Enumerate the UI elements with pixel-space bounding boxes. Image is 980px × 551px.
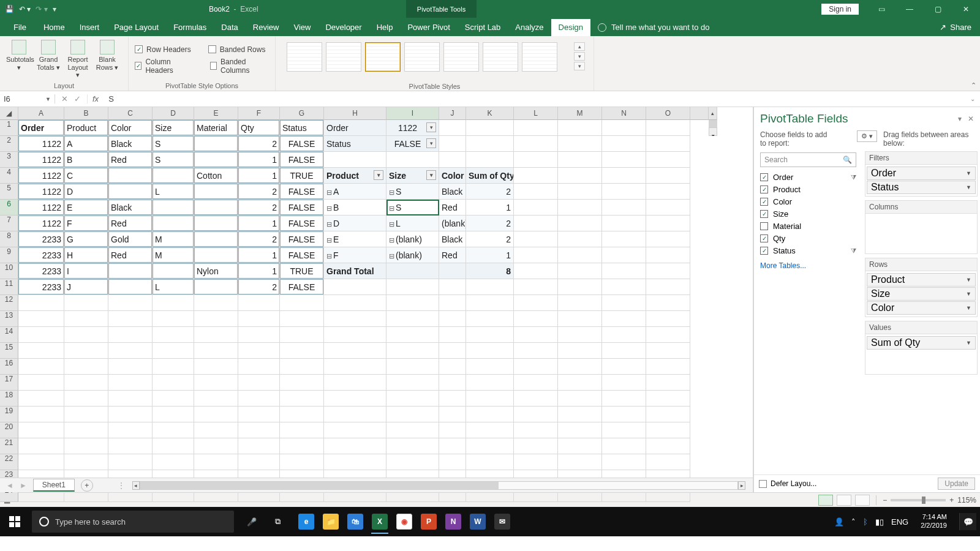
- row-header[interactable]: 14: [0, 327, 18, 343]
- cell[interactable]: [646, 136, 690, 152]
- action-center-icon[interactable]: 💬: [959, 513, 976, 530]
- page-break-view-button[interactable]: [855, 495, 870, 506]
- cell[interactable]: [439, 152, 466, 168]
- values-zone[interactable]: Values Sum of Qty▼: [865, 321, 978, 375]
- cell[interactable]: [238, 375, 280, 391]
- cell[interactable]: G: [64, 231, 108, 247]
- row-header[interactable]: 11: [0, 279, 18, 295]
- cell[interactable]: Grand Total: [324, 263, 386, 279]
- cell[interactable]: [466, 438, 514, 454]
- tab-design[interactable]: Design: [551, 19, 590, 36]
- cell[interactable]: [602, 375, 646, 391]
- cell[interactable]: [558, 184, 602, 200]
- cell[interactable]: 1122: [18, 168, 64, 184]
- cell[interactable]: C: [64, 168, 108, 184]
- row-header[interactable]: 12: [0, 295, 18, 311]
- column-header[interactable]: F: [238, 107, 280, 120]
- cell[interactable]: A: [64, 136, 108, 152]
- row-header[interactable]: 5: [0, 184, 18, 200]
- cell[interactable]: [558, 422, 602, 438]
- cell[interactable]: [18, 407, 64, 422]
- column-header[interactable]: L: [514, 107, 558, 120]
- bluetooth-icon[interactable]: ᛒ: [863, 517, 868, 527]
- cell[interactable]: [514, 295, 558, 311]
- pt-style-swatch[interactable]: [483, 42, 518, 72]
- zoom-in-button[interactable]: +: [949, 496, 954, 504]
- cell[interactable]: [18, 438, 64, 454]
- cell[interactable]: FALSE: [280, 200, 324, 216]
- page-layout-view-button[interactable]: [837, 495, 851, 506]
- columns-zone[interactable]: Columns: [865, 200, 978, 254]
- cell[interactable]: [238, 422, 280, 438]
- cell[interactable]: [324, 327, 386, 343]
- cell[interactable]: ⊟E: [324, 231, 386, 247]
- cell[interactable]: [602, 343, 646, 359]
- cell[interactable]: Order: [18, 120, 64, 136]
- cell[interactable]: [280, 343, 324, 359]
- cell[interactable]: [646, 231, 690, 247]
- cell[interactable]: [558, 152, 602, 168]
- cell[interactable]: [439, 375, 466, 391]
- cell[interactable]: [386, 152, 439, 168]
- cell[interactable]: [439, 311, 466, 327]
- column-header[interactable]: B: [64, 107, 108, 120]
- tab-review[interactable]: Review: [246, 19, 287, 36]
- cell[interactable]: [690, 407, 709, 422]
- styles-scroll-up-icon[interactable]: ▴: [574, 42, 585, 51]
- cell[interactable]: [324, 343, 386, 359]
- cell[interactable]: [238, 454, 280, 470]
- cell[interactable]: [602, 168, 646, 184]
- vscroll-track[interactable]: ▾: [709, 120, 717, 136]
- cell[interactable]: [108, 422, 153, 438]
- cell[interactable]: [439, 407, 466, 422]
- field-item[interactable]: ✓Product: [760, 183, 856, 195]
- cell[interactable]: [690, 422, 709, 438]
- cell[interactable]: [646, 216, 690, 231]
- cell[interactable]: L: [153, 279, 194, 295]
- cell[interactable]: [194, 231, 238, 247]
- cell[interactable]: 1122: [18, 136, 64, 152]
- cell[interactable]: M: [153, 231, 194, 247]
- cell[interactable]: [386, 454, 439, 470]
- cell[interactable]: [194, 454, 238, 470]
- people-icon[interactable]: 👤: [834, 517, 844, 527]
- cell[interactable]: 2: [238, 136, 280, 152]
- cell[interactable]: [690, 120, 709, 136]
- cell[interactable]: [280, 422, 324, 438]
- cell[interactable]: [690, 454, 709, 470]
- tab-analyze[interactable]: Analyze: [508, 19, 551, 36]
- cell[interactable]: [558, 263, 602, 279]
- cell[interactable]: [153, 438, 194, 454]
- field-item[interactable]: ✓Status⧩: [760, 244, 856, 257]
- app-explorer[interactable]: 📁: [318, 509, 343, 534]
- cell[interactable]: Status: [324, 136, 386, 152]
- cell[interactable]: [386, 327, 439, 343]
- close-icon[interactable]: ✕: [952, 0, 980, 18]
- cell[interactable]: Black: [108, 200, 153, 216]
- hscroll-thumb[interactable]: [140, 482, 499, 489]
- cell[interactable]: [64, 407, 108, 422]
- cell[interactable]: [690, 184, 709, 200]
- cell[interactable]: [558, 454, 602, 470]
- cell[interactable]: [280, 454, 324, 470]
- cell[interactable]: [439, 295, 466, 311]
- cell[interactable]: M: [153, 247, 194, 263]
- cell[interactable]: [324, 295, 386, 311]
- cell[interactable]: ⊟(blank): [386, 247, 439, 263]
- cancel-formula-icon[interactable]: ✕: [61, 94, 68, 103]
- cell[interactable]: [466, 359, 514, 375]
- cell[interactable]: [238, 311, 280, 327]
- cell[interactable]: [108, 184, 153, 200]
- cell[interactable]: [386, 438, 439, 454]
- cell[interactable]: [439, 438, 466, 454]
- column-header[interactable]: [690, 107, 709, 120]
- cell[interactable]: [108, 327, 153, 343]
- cell[interactable]: [558, 216, 602, 231]
- cell[interactable]: [558, 375, 602, 391]
- cell[interactable]: [64, 454, 108, 470]
- tab-formulas[interactable]: Formulas: [166, 19, 214, 36]
- cell[interactable]: [514, 359, 558, 375]
- cell[interactable]: [690, 343, 709, 359]
- ribbon-display-icon[interactable]: ▭: [867, 0, 895, 18]
- cell[interactable]: [194, 311, 238, 327]
